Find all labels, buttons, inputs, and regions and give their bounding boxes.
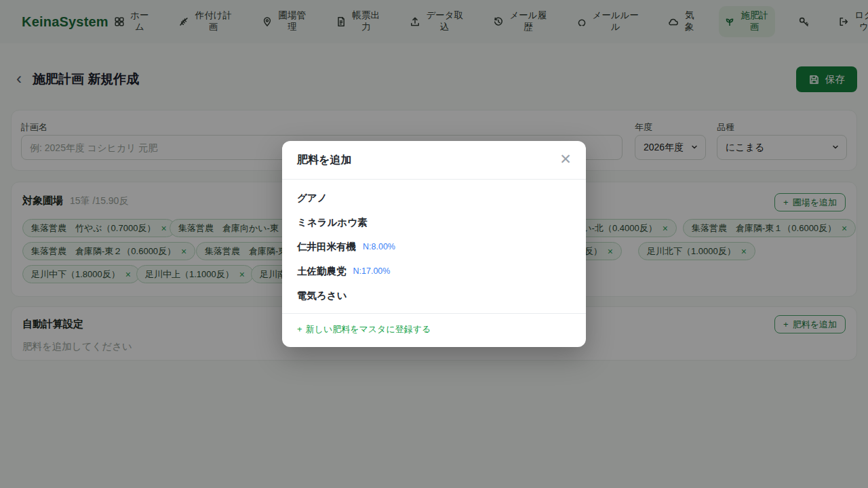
fertilizer-list-item[interactable]: ミネラルホウ素 xyxy=(297,210,571,235)
fertilizer-list-item[interactable]: 土佐勤農党 N:17.00% xyxy=(297,259,571,283)
fertilizer-list-item[interactable]: グアノ xyxy=(297,186,571,210)
register-new-fertilizer-label: 新しい肥料をマスタに登録する xyxy=(306,323,431,336)
close-icon[interactable]: ✕ xyxy=(556,150,575,169)
plus-icon: + xyxy=(297,324,302,334)
page: KeinaSystem ホーム 作付け計画 圃場管理 xyxy=(0,0,868,488)
add-fertilizer-modal: 肥料を追加 ✕ グアノ ミネラルホウ素 仁井田米有機 N:8.00% 土佐勤農党… xyxy=(282,141,586,347)
fertilizer-n-value: N:8.00% xyxy=(363,242,395,251)
modal-footer: + 新しい肥料をマスタに登録する xyxy=(282,313,586,344)
fertilizer-name: 土佐勤農党 xyxy=(297,265,347,278)
modal-title: 肥料を追加 xyxy=(297,153,351,167)
fertilizer-list-item[interactable]: 仁井田米有機 N:8.00% xyxy=(297,235,571,259)
fertilizer-list: グアノ ミネラルホウ素 仁井田米有機 N:8.00% 土佐勤農党 N:17.00… xyxy=(282,180,586,308)
fertilizer-name: グアノ xyxy=(297,192,328,205)
fertilizer-name: 電気ろさい xyxy=(297,289,347,302)
fertilizer-name: ミネラルホウ素 xyxy=(297,216,368,229)
fertilizer-list-item[interactable]: 電気ろさい xyxy=(297,283,571,308)
register-new-fertilizer-link[interactable]: + 新しい肥料をマスタに登録する xyxy=(297,323,431,336)
fertilizer-name: 仁井田米有機 xyxy=(297,241,356,253)
fertilizer-n-value: N:17.00% xyxy=(353,266,391,276)
modal-header: 肥料を追加 ✕ xyxy=(282,141,586,180)
